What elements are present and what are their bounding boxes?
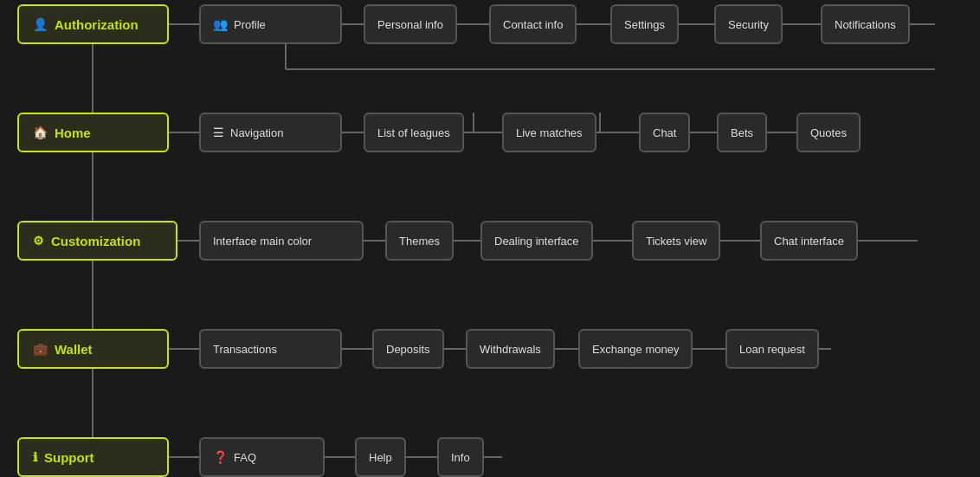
main-node-customization[interactable]: ⚙ Customization xyxy=(17,221,177,261)
chat-home-label: Chat xyxy=(653,126,676,139)
child-notifications[interactable]: Notifications xyxy=(821,4,910,44)
main-node-support[interactable]: ℹ Support xyxy=(17,437,169,477)
exchange-money-label: Exchange money xyxy=(592,343,679,356)
main-node-home[interactable]: 🏠 Home xyxy=(17,113,169,152)
main-node-wallet[interactable]: 💼 Wallet xyxy=(17,329,169,369)
support-icon: ℹ xyxy=(33,450,37,464)
child-themes[interactable]: Themes xyxy=(385,221,454,261)
child-info[interactable]: Info xyxy=(437,437,484,477)
security-label: Security xyxy=(728,18,769,31)
tickets-view-label: Tickets view xyxy=(646,235,706,248)
child-tickets-view[interactable]: Tickets view xyxy=(632,221,720,261)
transactions-label: Transactions xyxy=(213,343,277,356)
live-matches-label: Live matches xyxy=(516,126,583,139)
sec-node-transactions[interactable]: Transactions xyxy=(199,329,342,369)
sec-node-faq-label: FAQ xyxy=(234,451,256,464)
child-chat-interface[interactable]: Chat interface xyxy=(760,221,858,261)
main-node-wallet-label: Wallet xyxy=(55,342,93,357)
sec-node-profile-label: Profile xyxy=(234,18,266,31)
list-of-leagues-label: List of leagues xyxy=(377,126,450,139)
child-exchange-money[interactable]: Exchange money xyxy=(578,329,693,369)
child-personal-info[interactable]: Personal info xyxy=(364,4,457,44)
bets-label: Bets xyxy=(731,126,753,139)
tree-container: 👤 Authorization 👥 Profile Personal info … xyxy=(0,0,980,17)
child-list-of-leagues[interactable]: List of leagues xyxy=(364,113,464,152)
sec-node-navigation-label: Navigation xyxy=(230,126,283,139)
child-security[interactable]: Security xyxy=(714,4,783,44)
sec-node-faq[interactable]: ❓ FAQ xyxy=(199,437,325,477)
child-contact-info[interactable]: Contact info xyxy=(489,4,577,44)
notifications-label: Notifications xyxy=(835,18,896,31)
interface-main-color-label: Interface main color xyxy=(213,235,312,248)
deposits-label: Deposits xyxy=(386,343,430,356)
sec-node-interface-main-color[interactable]: Interface main color xyxy=(199,221,364,261)
sec-node-profile[interactable]: 👥 Profile xyxy=(199,4,342,44)
child-loan-request[interactable]: Loan request xyxy=(725,329,819,369)
info-label: Info xyxy=(451,451,470,464)
quotes-label: Quotes xyxy=(810,126,847,139)
wallet-icon: 💼 xyxy=(33,342,48,356)
child-bets[interactable]: Bets xyxy=(717,113,767,152)
themes-label: Themes xyxy=(399,235,440,248)
main-node-support-label: Support xyxy=(44,450,94,465)
child-chat-home[interactable]: Chat xyxy=(639,113,690,152)
dealing-interface-label: Dealing interface xyxy=(494,235,579,248)
child-settings[interactable]: Settings xyxy=(610,4,679,44)
main-node-home-label: Home xyxy=(55,126,91,140)
home-icon: 🏠 xyxy=(33,126,48,139)
navigation-icon: ☰ xyxy=(213,126,224,139)
withdrawals-label: Withdrawals xyxy=(480,343,541,356)
contact-info-label: Contact info xyxy=(503,18,563,31)
profile-icon: 👥 xyxy=(213,17,228,31)
main-node-customization-label: Customization xyxy=(51,234,140,248)
settings-label: Settings xyxy=(624,18,665,31)
child-quotes[interactable]: Quotes xyxy=(796,113,861,152)
customization-icon: ⚙ xyxy=(33,234,44,248)
help-label: Help xyxy=(369,451,392,464)
chat-interface-label: Chat interface xyxy=(774,235,844,248)
child-withdrawals[interactable]: Withdrawals xyxy=(466,329,555,369)
child-deposits[interactable]: Deposits xyxy=(372,329,444,369)
child-dealing-interface[interactable]: Dealing interface xyxy=(480,221,593,261)
personal-info-label: Personal info xyxy=(377,18,443,31)
main-node-authorization-label: Authorization xyxy=(55,17,139,32)
sec-node-navigation[interactable]: ☰ Navigation xyxy=(199,113,342,152)
child-live-matches[interactable]: Live matches xyxy=(502,113,596,152)
faq-icon: ❓ xyxy=(213,450,228,464)
authorization-icon: 👤 xyxy=(33,17,48,31)
child-help[interactable]: Help xyxy=(355,437,406,477)
loan-request-label: Loan request xyxy=(739,343,805,356)
main-node-authorization[interactable]: 👤 Authorization xyxy=(17,4,169,44)
